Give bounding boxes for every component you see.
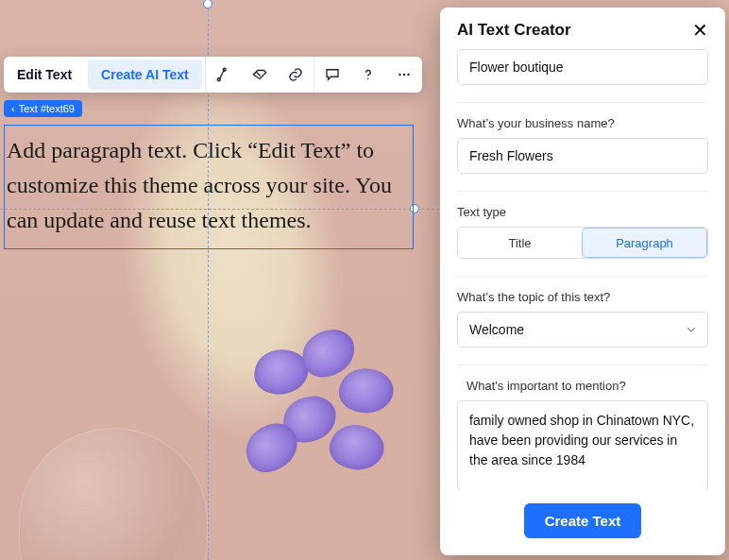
chevron-left-icon: ‹ [11,103,15,114]
element-toolbar: Edit Text Create AI Text [4,57,422,93]
important-textarea[interactable] [457,400,708,490]
close-icon[interactable]: ✕ [692,21,708,40]
section-divider [457,276,708,277]
svg-point-5 [407,74,409,76]
element-tag-label: Text #text69 [19,103,75,114]
text-type-option-title[interactable]: Title [458,228,582,258]
ai-text-creator-panel: AI Text Creator ✕ What’s your business n… [440,8,725,555]
business-name-label: What’s your business name? [457,116,708,130]
section-divider [457,191,708,192]
business-name-input[interactable] [457,138,708,174]
text-type-option-paragraph[interactable]: Paragraph [582,228,707,258]
svg-point-3 [398,74,400,76]
topic-label: What’s the topic of this text? [457,290,708,304]
text-type-segmented: Title Paragraph [457,227,708,259]
svg-point-2 [367,78,369,80]
decor-orchid [227,312,453,538]
animation-icon[interactable] [206,57,242,93]
business-type-input[interactable] [457,49,708,85]
selected-element-tag[interactable]: ‹ Text #text69 [4,100,82,117]
edit-text-button[interactable]: Edit Text [4,57,85,93]
tags-icon[interactable] [242,57,278,93]
more-icon[interactable] [386,57,422,93]
important-label: What's important to mention? [466,379,708,393]
section-divider [457,365,708,365]
panel-title: AI Text Creator [457,21,571,40]
section-divider [457,102,708,103]
text-type-label: Text type [457,205,708,219]
comment-icon[interactable] [314,57,350,93]
link-icon[interactable] [278,57,314,93]
create-text-button[interactable]: Create Text [524,503,642,538]
resize-handle-top[interactable] [203,0,212,8]
topic-select[interactable]: Welcome [457,312,708,348]
help-icon[interactable] [350,57,386,93]
svg-point-4 [402,74,404,76]
create-ai-text-button[interactable]: Create AI Text [88,59,202,90]
selected-text-block[interactable]: Add paragraph text. Click “Edit Text” to… [4,125,414,249]
